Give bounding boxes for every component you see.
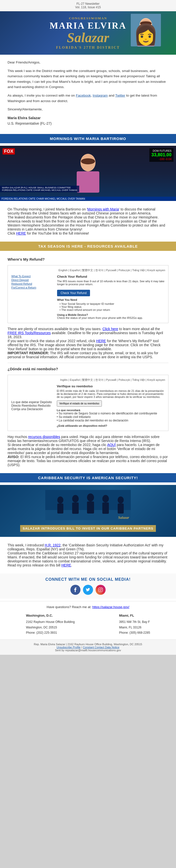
spanish-menu-item-1[interactable]: Lo que debe esperar xyxy=(11,400,39,404)
footer-links: Unsubscribe Profile | Constant Contact D… xyxy=(3,646,173,649)
irs-menu-item-1[interactable]: What To Expect xyxy=(11,275,56,278)
ticker-bar: FOREIGN RELATIONS CMTE CHAIR MICHAEL MCC… xyxy=(0,197,176,201)
spanish-irs-table: Lo que debe esperar Depósito Directo Ree… xyxy=(11,384,165,428)
svg-text:Salazar: Salazar xyxy=(118,516,129,520)
twitter-icon[interactable] xyxy=(83,585,93,595)
need-item-2: • Your filing status xyxy=(59,305,165,308)
section3-para1: This week, I introduced H.R. 1922, the '… xyxy=(7,543,169,551)
aviso-text: El IRS nunca le pedirá información perso… xyxy=(7,455,168,467)
section3-header: CARIBBEAN SECURITY IS AMERICAN SECURITY! xyxy=(0,473,176,483)
instagram-icon[interactable] xyxy=(96,585,106,595)
here-irs-link[interactable]: HERE xyxy=(96,339,106,343)
greeting-para2: As always, I invite you to connect with … xyxy=(7,93,169,103)
social-icons-row xyxy=(4,585,172,595)
twitter-link[interactable]: Twitter xyxy=(115,94,125,97)
check-refund-button[interactable]: Check Your Refund xyxy=(57,290,90,296)
section3-para2: Constituents from the Caribbean in Distr… xyxy=(7,551,169,563)
irs-left-menu: What To Expect Direct Deposit Reduced Re… xyxy=(11,275,56,319)
dc-office-label: Washington, D.C. xyxy=(26,613,75,618)
section3-body: This week, I introduced H.R. 1922, the '… xyxy=(0,539,176,571)
newsletter-header: FL-27 Newsletter Vol. 118, Issue #15 xyxy=(0,0,176,11)
spanish-irs-left-menu: Lo que debe esperar Depósito Directo Ree… xyxy=(11,384,56,427)
irs-check-header: Check Your Refund xyxy=(57,275,165,278)
spanish-need-label: Lo que necesitará xyxy=(57,409,165,412)
section1-header: MORNINGS WITH MARIA BARTIROMO xyxy=(0,134,176,143)
mobile-desc: Check the status of your return from you… xyxy=(57,316,165,319)
greeting-para1: This week I was in the District meeting … xyxy=(7,68,169,90)
dc-address2: Washington, DC 20515 xyxy=(26,625,75,630)
instagram-social-link[interactable] xyxy=(96,585,106,595)
irs-menu-item-2[interactable]: Direct Deposit xyxy=(11,278,56,281)
header-banner: CONGRESSWOMAN MARIA ELVIRA Salazar FLORI… xyxy=(0,11,176,55)
click-here-link1[interactable]: Click here xyxy=(102,327,118,331)
press-release-link[interactable]: HERE xyxy=(61,563,71,567)
irs-right-content: Check Your Refund The IRS issues more th… xyxy=(57,275,165,319)
salutation: Dear Friends/Amigos, xyxy=(7,60,169,65)
and-text: and xyxy=(108,94,114,97)
dc-phone: Phone: (202) 225-3931 xyxy=(26,630,75,636)
svg-point-16 xyxy=(102,495,109,502)
questions-label: Have questions? Reach me at: https://sal… xyxy=(4,605,172,609)
dc-office: Washington, D.C. 2162 Rayburn House Offi… xyxy=(26,613,75,636)
free-irs-link[interactable]: FREE IRS Tools/Resources xyxy=(7,331,51,335)
miami-office: Miami, FL 3951 NW 7th St, Bay F Miami, F… xyxy=(119,613,150,636)
caribbean-banner: Salazar SALAZAR INTRODUCES BILL TO INVES… xyxy=(0,485,176,537)
signature: Maria Elvira Salazar U.S. Representative… xyxy=(7,115,169,126)
youtube-link[interactable]: HERE xyxy=(16,231,26,235)
spanish-need-item-2: • Su estado civil tributario xyxy=(57,415,165,419)
irs-widget-english: English | Español | 繁體中文 | 한국어 | Русский… xyxy=(7,265,169,323)
svg-point-4 xyxy=(140,21,152,25)
section2-header: TAX SEASON IS HERE - RESOURCES AVAILABLE xyxy=(0,242,176,251)
email-container: FL-27 Newsletter Vol. 118, Issue #15 CON… xyxy=(0,0,176,655)
contact-columns: Washington, D.C. 2162 Rayburn House Offi… xyxy=(4,613,172,636)
svg-point-22 xyxy=(100,589,102,591)
important-reminder-label: IMPORTANT REMINDER: xyxy=(7,351,49,355)
svg-rect-3 xyxy=(137,33,155,46)
constant-contact-link[interactable]: Constant Contact Data Notice xyxy=(83,646,120,649)
social-title: CONNECT WITH ME ON SOCIAL MEDIA! xyxy=(4,577,172,582)
section2-body: Where's My Refund? English | Español | 繁… xyxy=(0,253,176,471)
fox-news-screenshot: FOX DOW FUTURES 33,801.00 -100 -0.04 MAR… xyxy=(0,146,176,201)
newsletter-title-line2: Vol. 118, Issue #15 xyxy=(2,5,174,9)
footer-sent-by: Sent by repsalazar@mail6.housecommunicat… xyxy=(3,649,173,652)
aviso-label: AVISO: xyxy=(7,455,19,459)
need-item-1: • Your Social Security or taxpayer ID nu… xyxy=(59,302,165,305)
bill-label: SALAZAR INTRODUCES BILL TO INVEST IN OUR… xyxy=(20,525,156,532)
twitter-social-link[interactable] xyxy=(83,585,93,595)
svg-point-12 xyxy=(72,495,79,502)
recursos-link[interactable]: recursos disponibles xyxy=(28,435,60,439)
miami-address1: 3951 NW 7th St, Bay F xyxy=(119,619,150,625)
irs-lang-bar: English | Español | 繁體中文 | 한국어 | Русский… xyxy=(11,269,165,272)
tax-para1: There are plenty of resources available … xyxy=(7,327,169,339)
spanish-menu-item-3[interactable]: Reembolso Reducido xyxy=(22,404,51,407)
mornings-link[interactable]: Mornings with Maria xyxy=(87,207,119,211)
section1-click-here: Click HERE for the YouTube link to the f… xyxy=(7,231,169,235)
website-link[interactable]: https://salazar.house.gov/ xyxy=(92,605,129,609)
irs-check-desc: The IRS issues more than 9 out of 10 ref… xyxy=(57,280,165,286)
irs-widget-spanish: Inglés | Español | 繁體中文 | 한국어 | Русский … xyxy=(7,375,169,431)
facebook-icon[interactable] xyxy=(70,585,80,595)
irs-menu-item-4[interactable]: Fix/Correct a Return xyxy=(11,286,56,289)
svg-point-7 xyxy=(81,158,95,164)
newsletter-title-line1: FL-27 Newsletter xyxy=(2,2,174,5)
unsubscribe-link[interactable]: Unsubscribe Profile xyxy=(56,646,80,649)
svg-rect-19 xyxy=(118,503,124,514)
spanish-check-refund-button[interactable]: Verifique el estado de su reembolso xyxy=(57,400,102,407)
facebook-social-link[interactable] xyxy=(70,585,80,595)
aqui-link[interactable]: AQUÍ xyxy=(107,443,116,447)
spanish-need-item-1: • Su número de Seguro Social o número de… xyxy=(57,412,165,415)
svg-point-14 xyxy=(87,493,94,501)
svg-point-10 xyxy=(57,496,64,503)
section3-press-release: Read my press release on this bill HERE. xyxy=(7,563,169,567)
svg-point-18 xyxy=(118,496,124,503)
sig-title: U.S. Representative (FL-27) xyxy=(7,121,169,126)
sincerely: Sincerely/Atentamente, xyxy=(7,106,169,112)
instagram-link[interactable]: Instagram xyxy=(93,94,108,97)
svg-rect-15 xyxy=(87,501,94,514)
spanish-menu-item-4[interactable]: Corrija una Declaración xyxy=(11,407,43,411)
facebook-link[interactable]: Facebook xyxy=(76,94,91,97)
social-media-section: CONNECT WITH ME ON SOCIAL MEDIA! xyxy=(0,574,176,598)
irs-menu-item-3[interactable]: Reduced Refund xyxy=(11,282,56,285)
spanish-para1: Hay muchos recursos disponibles para ust… xyxy=(7,435,169,443)
hr1922-link[interactable]: H.R. 1922 xyxy=(45,543,60,547)
